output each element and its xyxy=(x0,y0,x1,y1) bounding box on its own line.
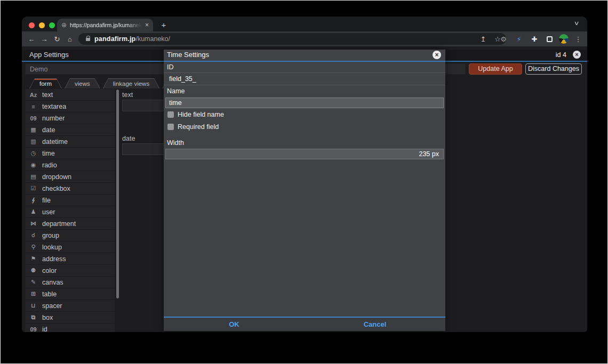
id-value: field_35_ xyxy=(164,73,445,85)
gear-icon[interactable]: ⚙ xyxy=(498,35,509,43)
clock-icon: ◷ xyxy=(29,150,38,157)
pencil-icon: ✎ xyxy=(29,279,38,286)
sidebar-scrollbar[interactable] xyxy=(116,90,119,298)
palette-item-address[interactable]: ⚑address xyxy=(25,253,115,264)
ok-button[interactable]: OK xyxy=(164,318,305,331)
page-title: App Settings xyxy=(29,51,69,59)
map-pin-icon: ⚑ xyxy=(29,255,38,262)
page-close-icon[interactable]: × xyxy=(573,51,581,59)
palette-item-checkbox[interactable]: ☑checkbox xyxy=(25,183,115,194)
box-icon: ⧉ xyxy=(29,314,38,321)
browser-tab-strip: ⊕ https://pandafirm.jp/kumaneko × + ∨ xyxy=(22,17,587,31)
id-label: ID xyxy=(164,62,445,73)
palette-item-id[interactable]: 09id xyxy=(25,323,115,332)
field-palette-sidebar: Aztext ≡textarea 09number ▦date ▥datetim… xyxy=(25,89,115,332)
canvas-text-field-label: text xyxy=(122,91,133,99)
spacer-icon: ⊔ xyxy=(29,302,38,309)
traffic-lights xyxy=(29,22,55,28)
sitemap-icon: ⋈ xyxy=(29,220,38,227)
palette-item-number[interactable]: 09number xyxy=(25,112,115,124)
width-input[interactable]: 235 px xyxy=(165,149,444,159)
url-domain: pandafirm.jp xyxy=(94,35,135,43)
share-icon[interactable]: ↥ xyxy=(480,35,486,43)
dialog-header: Time Settings × xyxy=(164,50,445,62)
textarea-icon: ≡ xyxy=(29,103,38,110)
back-icon[interactable]: ← xyxy=(25,35,38,43)
time-settings-dialog: Time Settings × ID field_35_ Name Hide f… xyxy=(164,50,445,331)
tab-views[interactable]: views xyxy=(65,78,100,88)
required-field-label: Required field xyxy=(178,123,219,131)
palette-item-department[interactable]: ⋈department xyxy=(25,218,115,229)
tab-close-icon[interactable]: × xyxy=(145,21,149,29)
palette-item-canvas[interactable]: ✎canvas xyxy=(25,277,115,288)
tab-form[interactable]: form xyxy=(29,78,62,88)
required-field-checkbox[interactable] xyxy=(167,124,174,130)
person-icon: ♟ xyxy=(29,208,38,215)
app-page: App Settings id 4 × Update App Discard C… xyxy=(22,46,587,332)
browser-menu-dots-icon[interactable]: ⋮ xyxy=(572,35,584,43)
tab-title: https://pandafirm.jp/kumaneko xyxy=(70,22,142,28)
tab-search-chevron-icon[interactable]: ∨ xyxy=(573,20,579,27)
width-label: Width xyxy=(164,137,445,148)
palette-icon: ⚉ xyxy=(29,267,38,274)
browser-window: ⊕ https://pandafirm.jp/kumaneko × + ∨ ← … xyxy=(22,17,587,332)
extensions-puzzle-icon[interactable]: ✚ xyxy=(529,35,540,43)
number-icon: 09 xyxy=(29,115,38,122)
palette-item-lookup[interactable]: ⚲lookup xyxy=(25,241,115,253)
palette-item-textarea[interactable]: ≡textarea xyxy=(25,101,115,112)
forward-icon[interactable]: → xyxy=(38,35,51,43)
home-icon[interactable]: ⌂ xyxy=(63,35,76,43)
cancel-button[interactable]: Cancel xyxy=(305,318,445,331)
new-tab-button[interactable]: + xyxy=(157,19,170,31)
palette-item-table[interactable]: ⊞table xyxy=(25,288,115,300)
lightning-extension-icon[interactable]: ⚡ xyxy=(513,35,525,43)
url-path: /kumaneko/ xyxy=(135,35,170,43)
globe-favicon-icon: ⊕ xyxy=(61,22,67,28)
magnifier-icon: ⚲ xyxy=(29,244,38,250)
window-minimize-button[interactable] xyxy=(39,22,45,28)
palette-item-radio[interactable]: ◉radio xyxy=(25,159,115,171)
people-icon: ☌ xyxy=(29,232,38,239)
palette-item-datetime[interactable]: ▥datetime xyxy=(25,136,115,147)
dialog-footer: OK Cancel xyxy=(164,317,445,331)
lock-icon xyxy=(86,38,90,41)
record-id-badge: id 4 xyxy=(556,51,566,59)
side-panel-icon[interactable] xyxy=(547,36,553,42)
palette-item-user[interactable]: ♟user xyxy=(25,206,115,217)
profile-avatar[interactable] xyxy=(559,34,569,44)
palette-item-spacer[interactable]: ⊔spacer xyxy=(25,300,115,311)
discard-changes-button[interactable]: Discard Changes xyxy=(525,63,582,75)
checkbox-icon: ☑ xyxy=(29,185,38,192)
palette-item-color[interactable]: ⚉color xyxy=(25,265,115,276)
reload-icon[interactable]: ↻ xyxy=(51,35,63,43)
dialog-close-icon[interactable]: × xyxy=(433,51,441,59)
browser-toolbar: ← → ↻ ⌂ pandafirm.jp /kumaneko/ ↥ ☆ ⚙ ⚡ … xyxy=(22,31,587,46)
browser-tab[interactable]: ⊕ https://pandafirm.jp/kumaneko × xyxy=(57,19,153,31)
tab-linkage-views[interactable]: linkage views xyxy=(103,78,159,88)
name-label: Name xyxy=(164,85,445,96)
update-app-button[interactable]: Update App xyxy=(469,63,522,75)
dropdown-icon: ▤ xyxy=(29,173,38,180)
width-value: 235 px xyxy=(419,150,439,158)
palette-item-group[interactable]: ☌group xyxy=(25,230,115,241)
window-zoom-button[interactable] xyxy=(49,22,55,28)
window-close-button[interactable] xyxy=(29,22,35,28)
address-bar[interactable]: pandafirm.jp /kumaneko/ ↥ ☆ xyxy=(78,33,506,45)
hide-field-name-checkbox[interactable] xyxy=(167,111,174,118)
palette-item-date[interactable]: ▦date xyxy=(25,124,115,135)
canvas-date-field-label: date xyxy=(122,135,135,142)
required-field-row: Required field xyxy=(164,120,445,133)
id-icon: 09 xyxy=(29,326,38,333)
palette-item-file[interactable]: ∮file xyxy=(25,195,115,206)
calendar-icon: ▦ xyxy=(29,126,38,133)
paperclip-icon: ∮ xyxy=(29,197,38,204)
palette-item-text[interactable]: Aztext xyxy=(25,89,115,100)
name-input[interactable] xyxy=(165,98,444,108)
radio-icon: ◉ xyxy=(29,161,38,168)
dialog-title: Time Settings xyxy=(167,51,209,59)
calendar-clock-icon: ▥ xyxy=(29,138,38,145)
hide-field-name-label: Hide field name xyxy=(178,111,224,118)
palette-item-time[interactable]: ◷time xyxy=(25,148,115,159)
palette-item-dropdown[interactable]: ▤dropdown xyxy=(25,171,115,182)
palette-item-box[interactable]: ⧉box xyxy=(25,312,115,323)
